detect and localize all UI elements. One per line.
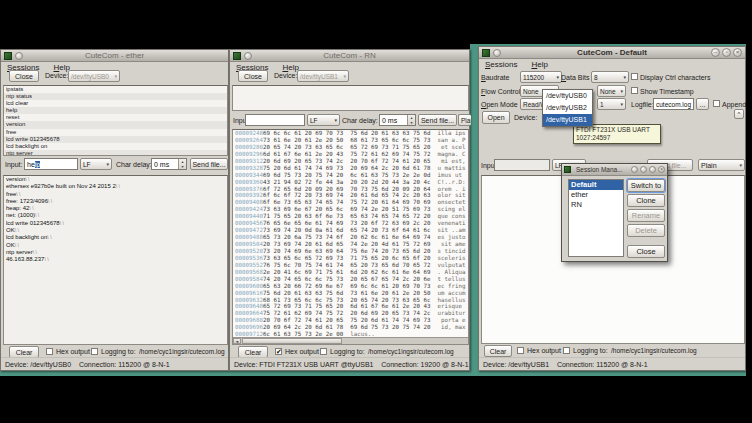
hex-offset: 00009616	[235, 290, 263, 296]
spin-down-icon[interactable]: ▾	[179, 164, 186, 169]
char-delay-spinner[interactable]: 0 ms ▴▾	[379, 114, 416, 126]
logging-label[interactable]: Logging to:	[573, 347, 608, 354]
display-ctrl-label[interactable]: Display Ctrl characters	[640, 74, 710, 81]
command-input[interactable]	[245, 114, 305, 126]
history-item[interactable]: reset	[4, 114, 227, 121]
hex-line: 000093926f 6c 6f 72 20 73 69 74 20 61 6d…	[233, 192, 468, 199]
scroll-left-icon[interactable]: ◄	[233, 338, 241, 344]
settings-collapse-button[interactable]: ^	[734, 109, 744, 119]
history-item[interactable]: lcd backlight on	[4, 143, 227, 150]
history-item[interactable]: ntp status	[4, 93, 227, 100]
device-popup-item[interactable]: /dev/ttyUSB2	[543, 102, 592, 114]
menu-sessions[interactable]: Sessions	[485, 60, 517, 69]
logging-checkbox[interactable]	[91, 348, 98, 355]
data-bits-combobox[interactable]: 8 ▾	[591, 71, 629, 83]
hex-offset: 00009248	[235, 130, 263, 136]
device-popup-item[interactable]: /dev/ttyUSB0	[543, 90, 592, 102]
hex-line: 0000950420 73 69 74 20 61 6d 65 74 2e 20…	[233, 241, 468, 248]
spin-down-icon[interactable]: ▾	[408, 120, 415, 125]
hex-line: 0000968020 70 6f 72 74 61 20 65 75 20 6d…	[233, 317, 468, 324]
history-item[interactable]: ntp server	[4, 150, 227, 156]
eol-mode-combobox[interactable]: LF ▾	[307, 114, 340, 126]
show-timestamp-checkbox[interactable]	[631, 87, 638, 94]
history-item[interactable]: lcd clear	[4, 100, 227, 107]
switch-to-button[interactable]: Switch to	[627, 179, 665, 192]
dialog-maximize-button[interactable]	[649, 166, 656, 173]
horizontal-scrollbar[interactable]: ◄	[233, 337, 468, 344]
history-item[interactable]: ipstats	[4, 86, 227, 93]
hex-line: 000095682e 20 41 6c 69 71 75 61 6d 20 62…	[233, 269, 468, 276]
dialog-titlebar[interactable]: Session Mana... ×	[562, 164, 667, 176]
display-mode-combobox[interactable]: Plain ▾	[698, 159, 745, 171]
hex-offset: 00009408	[235, 199, 263, 205]
close-dialog-button[interactable]: Close	[627, 245, 665, 258]
device-label: Device:	[514, 114, 537, 121]
hex-ascii: et scel	[437, 144, 465, 150]
dialog-help-button[interactable]	[631, 166, 638, 173]
line-ending-marks: \ \	[29, 205, 33, 211]
send-file-button[interactable]: Send file...	[418, 114, 457, 126]
titlebar[interactable]: CuteCom - RN	[230, 50, 469, 62]
session-list-item[interactable]: Default	[569, 180, 623, 190]
display-ctrl-checkbox[interactable]	[631, 73, 638, 80]
stop-bits-combobox[interactable]: 1 ▾	[597, 98, 626, 110]
device-label: Device:	[45, 72, 68, 79]
hex-ascii: ec fring	[437, 283, 465, 289]
device-combobox: /dev/ttyUSB0 ▾	[68, 70, 120, 82]
hex-output-label[interactable]: Hex output	[56, 348, 90, 355]
open-device-button[interactable]: Open	[482, 111, 510, 124]
device-popup-list[interactable]: /dev/ttyUSB0/dev/ttyUSB2/dev/ttyUSB1	[542, 89, 593, 127]
close-device-button[interactable]: Close	[9, 70, 39, 82]
dialog-minimize-button[interactable]	[640, 166, 647, 173]
hex-output-label[interactable]: Hex output	[527, 347, 561, 354]
display-mode-combobox[interactable]: Plain	[458, 114, 471, 126]
char-delay-spinner[interactable]: 0 ms ▴▾	[151, 158, 187, 170]
command-history-list[interactable]: ipstatsntp statuslcd clearhelpresetversi…	[3, 85, 228, 156]
parity-combobox[interactable]: None ▾	[597, 85, 626, 97]
line-ending-marks: \ \	[116, 183, 120, 189]
titlebar[interactable]: CuteCom - Default – ▫ ×	[479, 47, 745, 59]
device-popup-item[interactable]: /dev/ttyUSB1	[543, 114, 592, 126]
hex-output-label[interactable]: Hex output	[285, 348, 319, 355]
history-item[interactable]: lcd write 012345678	[4, 136, 227, 143]
scrollbar-thumb[interactable]	[242, 338, 342, 344]
dropdown-arrow-icon: ▾	[556, 74, 559, 80]
logging-label[interactable]: Logging to:	[101, 348, 136, 355]
command-history-list[interactable]	[232, 85, 469, 111]
append-label[interactable]: Append	[722, 101, 746, 108]
send-file-button[interactable]: Send file...	[190, 158, 228, 170]
hex-output-checkbox-checked[interactable]: ✔	[275, 348, 282, 355]
history-item[interactable]: help	[4, 107, 227, 114]
delete-button: Delete	[627, 224, 665, 237]
close-device-button[interactable]: Close	[238, 70, 268, 82]
dialog-close-icon[interactable]: ×	[658, 166, 665, 173]
window-title: CuteCom - Default	[479, 47, 745, 59]
session-list-item[interactable]: RN	[569, 200, 623, 210]
logfile-field[interactable]: cutecom.log	[653, 98, 694, 110]
hex-output-checkbox[interactable]	[517, 347, 524, 354]
session-list[interactable]: DefaultetherRN	[568, 179, 624, 257]
logging-checkbox[interactable]	[563, 347, 570, 354]
logging-checkbox[interactable]	[320, 348, 327, 355]
clone-button[interactable]: Clone	[627, 194, 665, 207]
log-path: /home/cyc1ingsir/cutecom.log	[139, 348, 225, 355]
eol-mode-combobox[interactable]: LF ▾	[80, 158, 112, 170]
history-item[interactable]: version	[4, 121, 227, 128]
logging-label[interactable]: Logging to:	[330, 348, 365, 355]
menu-help[interactable]: Help	[531, 60, 547, 69]
logfile-browse-button[interactable]: ...	[696, 98, 709, 110]
command-input[interactable]: help	[24, 158, 78, 170]
history-item[interactable]: free	[4, 129, 227, 136]
baudrate-combobox[interactable]: 115200 ▾	[520, 71, 562, 83]
session-manager-dialog: Session Mana... × DefaultetherRN Switch …	[561, 163, 668, 262]
hex-ascii: que cons	[437, 213, 465, 219]
clear-button[interactable]: Clear	[484, 345, 512, 357]
show-timestamp-label[interactable]: Show Timestamp	[640, 88, 694, 95]
dropdown-arrow-icon: ▾	[114, 73, 117, 79]
hex-output-checkbox[interactable]	[46, 348, 53, 355]
hex-output-area[interactable]: 0000924869 6c 6c 61 20 69 70 73 75 6d 20…	[232, 129, 469, 345]
output-area[interactable]: version\ \ethersex e927b0e built on Nov …	[3, 175, 228, 345]
titlebar[interactable]: CuteCom - ether	[1, 50, 228, 62]
session-list-item[interactable]: ether	[569, 190, 623, 200]
append-checkbox[interactable]	[713, 100, 720, 107]
